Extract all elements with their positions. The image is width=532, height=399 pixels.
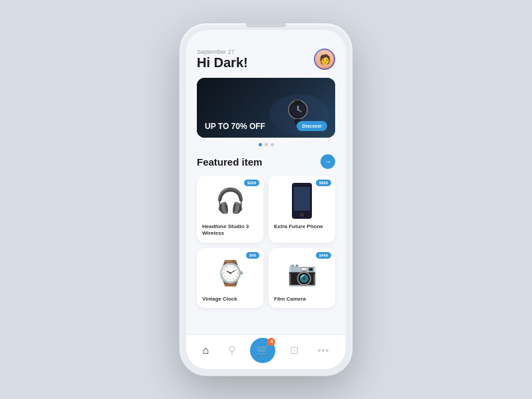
dot-2[interactable]: [265, 143, 268, 146]
nav-bookmark[interactable]: ⊡: [285, 341, 304, 359]
price-badge-2: $998: [316, 180, 331, 186]
home-icon: ⌂: [203, 344, 209, 356]
product-image-3: ⌚: [202, 253, 258, 293]
phone-screen: September 27 Hi Dark! 🧑: [186, 30, 346, 369]
header-text: September 27 Hi Dark!: [197, 49, 248, 70]
nav-home[interactable]: ⌂: [198, 342, 215, 359]
carousel-dots: [197, 143, 335, 146]
avatar-image: 🧑: [315, 50, 334, 68]
nav-more[interactable]: •••: [313, 342, 335, 358]
cart-icon: 🛒: [256, 344, 269, 356]
svg-point-10: [300, 213, 304, 217]
product-image-1: 🎧: [202, 181, 258, 221]
product-name-3: Vintage Clock: [202, 296, 258, 303]
dot-3[interactable]: [271, 143, 274, 146]
banner-content: UP TO 70% OFF Discover: [205, 121, 327, 131]
product-image-2: [274, 181, 330, 221]
product-card-2[interactable]: $998 Extra Future Phone: [269, 176, 335, 243]
date-label: September 27: [197, 49, 248, 55]
cart-button[interactable]: 🛒 4: [250, 338, 275, 363]
more-icon: •••: [318, 345, 330, 356]
bottom-navigation: ⌂ ⚲ 🛒 4 ⊡ •••: [186, 334, 346, 369]
price-badge-3: $45: [246, 252, 259, 259]
product-name-1: Headfone Studio 3 Wireless: [202, 223, 258, 237]
header: September 27 Hi Dark! 🧑: [197, 49, 335, 70]
svg-rect-9: [294, 187, 310, 211]
products-grid: $208 🎧 Headfone Studio 3 Wireless $998: [197, 176, 335, 308]
featured-title: Featured item: [197, 156, 262, 168]
promo-banner[interactable]: UP TO 70% OFF Discover: [197, 78, 335, 138]
cart-badge: 4: [267, 338, 275, 346]
nav-search[interactable]: ⚲: [223, 341, 241, 359]
dot-1[interactable]: [259, 143, 262, 146]
price-badge-1: $208: [244, 180, 259, 186]
bookmark-icon: ⊡: [290, 344, 299, 356]
product-card-1[interactable]: $208 🎧 Headfone Studio 3 Wireless: [197, 176, 263, 243]
product-name-4: Film Camera: [274, 296, 330, 303]
see-all-button[interactable]: →: [321, 154, 335, 169]
avatar[interactable]: 🧑: [314, 49, 335, 70]
phone-notch: [246, 23, 286, 27]
phone-frame: September 27 Hi Dark! 🧑: [180, 23, 352, 376]
banner-promo-text: UP TO 70% OFF: [205, 122, 265, 131]
product-name-2: Extra Future Phone: [274, 223, 330, 230]
greeting-text: Hi Dark!: [197, 55, 248, 70]
scroll-area: September 27 Hi Dark! 🧑: [186, 30, 346, 334]
featured-header: Featured item →: [197, 154, 335, 169]
product-card-4[interactable]: $448 📷 Film Camera: [269, 248, 335, 308]
search-icon: ⚲: [228, 344, 236, 356]
discover-button[interactable]: Discover: [297, 121, 327, 131]
price-badge-4: $448: [316, 252, 331, 259]
product-image-4: 📷: [274, 253, 330, 293]
product-card-3[interactable]: $45 ⌚ Vintage Clock: [197, 248, 263, 308]
